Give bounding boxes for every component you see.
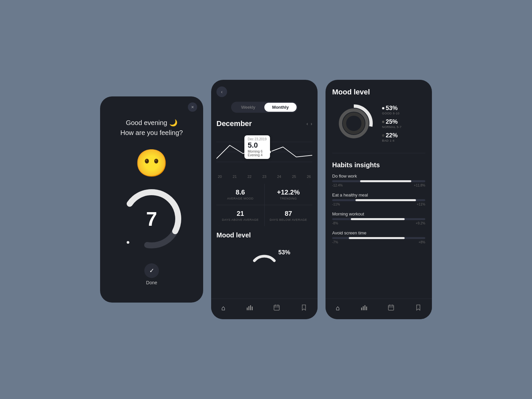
- svg-rect-6: [247, 308, 248, 310]
- phone-3: Mood level 53 %: [326, 80, 432, 319]
- donut-chart: [332, 102, 375, 145]
- habit-3-bar: [332, 218, 425, 220]
- mood-chart: Dec 23,2019 5.0 Morning 6 Evening 4: [216, 132, 312, 172]
- legend-normal: 25 % NORMAL 5-7: [382, 118, 402, 129]
- legend-bad: 22 % BAD 1-4: [382, 132, 402, 142]
- tooltip-date: Dec 23,2019: [248, 137, 267, 141]
- tooltip-value: 5.0: [248, 141, 267, 150]
- habit-3-range: -8% +9.2%: [332, 221, 425, 225]
- habit-4-bar: [332, 237, 425, 239]
- mood-dial[interactable]: 7: [118, 186, 185, 252]
- phone-1: × Good evening 🌙 How are you feeling? 😶 …: [100, 96, 203, 303]
- stat-avg-mood: 8.6 AVERAGE MOOD: [216, 184, 264, 205]
- habit-4: Avoid screen time -7% +8%: [332, 230, 425, 244]
- nav-calendar-2[interactable]: [269, 303, 284, 314]
- nav-arrows: ‹ ›: [307, 121, 312, 126]
- prev-month-button[interactable]: ‹: [307, 121, 308, 126]
- done-button[interactable]: ✓ Done: [144, 263, 159, 285]
- stat-trending: +12.2% TRENDING: [265, 184, 313, 205]
- close-icon: ×: [191, 104, 194, 110]
- chart-labels: 20 21 22 23 24 25 26: [216, 175, 312, 179]
- phone-2: ‹ Weekly Monthly December ‹ ›: [211, 80, 318, 319]
- mood-donut-preview: 53%: [216, 242, 312, 262]
- done-label: Done: [146, 280, 157, 285]
- month-header: December ‹ ›: [216, 119, 312, 128]
- habit-4-range: -7% +8%: [332, 240, 425, 244]
- mood-pct-preview: 53%: [278, 249, 290, 256]
- done-check-icon: ✓: [144, 263, 159, 278]
- svg-rect-10: [274, 305, 279, 310]
- svg-rect-20: [366, 307, 367, 310]
- tooltip-morning: Morning 6: [248, 150, 267, 153]
- donut-legend: 53 % GOOD 8-10 25 % NORMAL 5-7: [382, 105, 402, 142]
- mood-level-title: Mood level: [332, 88, 425, 96]
- nav-bookmark-2[interactable]: [297, 303, 311, 314]
- normal-dot: [382, 121, 384, 123]
- tab-bar: Weekly Monthly: [231, 102, 298, 113]
- dial-handle: [126, 240, 130, 245]
- svg-rect-18: [363, 306, 364, 310]
- svg-rect-21: [388, 305, 394, 310]
- dial-value: 7: [146, 207, 157, 230]
- bottom-nav-2: ⌂: [211, 299, 318, 319]
- habit-1-bar: [332, 180, 425, 182]
- mood-level-title: Mood level: [216, 231, 312, 239]
- nav-stats-3[interactable]: [356, 303, 371, 314]
- habit-2-bar: [332, 199, 425, 201]
- stats-grid: 8.6 AVERAGE MOOD +12.2% TRENDING 21 DAYS…: [216, 184, 312, 226]
- moon-emoji: 😶: [135, 148, 168, 179]
- habits-section: Habits insights Do flow work -12.4% +11.…: [332, 161, 425, 244]
- nav-bookmark-3[interactable]: [411, 303, 426, 314]
- tooltip-evening: Evening 4: [248, 153, 267, 157]
- greeting-line2: How are you feeling?: [120, 128, 183, 138]
- legend-good: 53 % GOOD 8-10: [382, 105, 402, 115]
- next-month-button[interactable]: ›: [311, 121, 312, 126]
- svg-point-16: [344, 114, 363, 133]
- mood-level-section: Mood level 53%: [216, 231, 312, 262]
- phone3-content: Mood level 53 %: [326, 80, 432, 299]
- greeting-text: Good evening 🌙 How are you feeling?: [120, 118, 183, 138]
- stat-days-above: 21 DAYS ABOVE AVERAGE: [216, 205, 264, 226]
- svg-rect-19: [364, 305, 365, 310]
- back-button[interactable]: ‹: [216, 86, 227, 97]
- svg-rect-7: [248, 306, 249, 310]
- tab-weekly[interactable]: Weekly: [232, 103, 264, 112]
- habit-1: Do flow work -12.4% +11.8%: [332, 174, 425, 187]
- bad-dot: [382, 134, 384, 137]
- phone2-content: ‹ Weekly Monthly December ‹ ›: [211, 80, 318, 299]
- donut-section: 53 % GOOD 8-10 25 % NORMAL 5-7: [332, 102, 425, 153]
- tab-monthly[interactable]: Monthly: [264, 103, 297, 112]
- nav-home-3[interactable]: ⌂: [332, 303, 344, 314]
- habit-3: Morning workout -8% +9.2%: [332, 211, 425, 225]
- close-button[interactable]: ×: [188, 102, 197, 112]
- nav-stats-2[interactable]: [242, 303, 257, 314]
- habits-title: Habits insights: [332, 161, 425, 169]
- nav-calendar-3[interactable]: [384, 303, 398, 314]
- habit-2: Eat a healthy meal -11% +11%: [332, 193, 425, 206]
- habit-2-range: -11% +11%: [332, 202, 425, 206]
- chart-tooltip: Dec 23,2019 5.0 Morning 6 Evening 4: [244, 135, 270, 159]
- svg-rect-9: [252, 307, 253, 310]
- habit-1-range: -12.4% +11.8%: [332, 184, 425, 187]
- greeting-line1: Good evening 🌙: [120, 118, 183, 128]
- nav-home-2[interactable]: ⌂: [217, 303, 229, 314]
- bottom-nav-3: ⌂: [326, 299, 432, 319]
- back-icon: ‹: [221, 89, 223, 94]
- stat-days-below: 87 DAYS BELOW AVERAGE: [265, 205, 313, 226]
- month-title: December: [216, 119, 252, 128]
- svg-rect-17: [361, 308, 362, 310]
- svg-rect-8: [250, 305, 251, 310]
- good-dot: [382, 107, 384, 109]
